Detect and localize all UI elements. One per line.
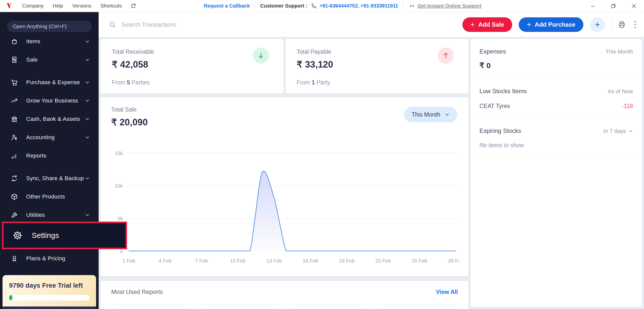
- report-card[interactable]: [378, 304, 458, 309]
- right-panel: Expenses This Month ₹ 0 Low Stocks Items…: [470, 39, 642, 307]
- chevron-down-icon: [85, 176, 90, 181]
- sidebar-item-sync-share-backup[interactable]: Sync, Share & Backup: [0, 169, 99, 187]
- topbar-divider: [403, 3, 404, 10]
- menu-shortcuts[interactable]: Shortcuts: [100, 3, 122, 9]
- sidebar-item-plans-pricing[interactable]: Plans & Pricing: [0, 249, 99, 268]
- get-premium-banner[interactable]: Get Your Premium →: [3, 306, 96, 309]
- chevron-down-icon: [85, 98, 90, 104]
- sidebar-item-label: Sync, Share & Backup: [26, 175, 85, 182]
- chevron-down-icon: [628, 129, 633, 133]
- expenses-title: Expenses: [479, 48, 506, 55]
- sidebar-item-items[interactable]: Items: [0, 32, 99, 50]
- trial-progress-fill: [9, 295, 12, 300]
- x-axis-tick: 22 Feb: [375, 258, 391, 264]
- sidebar-item-label: Reports: [26, 152, 90, 159]
- low-stock-title: Low Stocks Items: [479, 88, 527, 95]
- window-titlebar: Company Help Versions Shortcuts Request …: [0, 0, 644, 12]
- restore-button[interactable]: [610, 3, 616, 9]
- most-used-reports-card: Most Used Reports View All: [101, 281, 468, 309]
- view-all-link[interactable]: View All: [436, 289, 458, 295]
- x-axis-tick: 25 Feb: [412, 258, 427, 264]
- sidebar-item-reports[interactable]: Reports: [0, 146, 99, 165]
- gear-icon: [13, 230, 23, 240]
- print-icon[interactable]: [618, 21, 626, 29]
- main-header: + Add Sale + Add Purchase +: [99, 12, 644, 37]
- menu-company[interactable]: Company: [22, 3, 44, 9]
- sidebar-nav: Items Sale Purchase & Expense Grow Your …: [0, 32, 99, 268]
- minimize-button[interactable]: [590, 3, 596, 9]
- chevron-down-icon: [85, 80, 90, 85]
- expiring-period-dropdown[interactable]: In 7 days: [603, 128, 633, 134]
- sidebar-item-cash-bank-assets[interactable]: Cash, Bank & Assets: [0, 110, 99, 128]
- payable-amount: ₹ 33,120: [297, 59, 457, 70]
- search-transactions-input[interactable]: [121, 21, 277, 28]
- arrow-up-icon: [438, 47, 454, 64]
- sidebar-item-grow-your-business[interactable]: Grow Your Business: [0, 91, 99, 110]
- trending-up-icon: [11, 97, 18, 105]
- receivable-amount: ₹ 42,058: [112, 59, 272, 70]
- report-card[interactable]: [111, 304, 191, 309]
- y-axis-tick: 10k: [115, 183, 123, 189]
- sidebar-item-sale[interactable]: Sale: [0, 50, 99, 69]
- instant-online-support-link[interactable]: Get Instant Online Support: [418, 3, 481, 9]
- low-stock-section: Low Stocks Items As of Now CEAT Tyres -1…: [479, 79, 633, 118]
- menu-versions[interactable]: Versions: [72, 3, 92, 9]
- chevron-down-icon: [85, 39, 90, 44]
- x-axis-tick: 1 Feb: [122, 258, 135, 264]
- x-axis-tick: 4 Feb: [159, 258, 172, 264]
- chevron-down-icon: [445, 112, 450, 117]
- quick-add-button[interactable]: +: [590, 17, 605, 32]
- receivable-label: Total Receivable: [112, 48, 272, 55]
- low-stock-period: As of Now: [608, 88, 633, 95]
- y-axis-tick: 15k: [115, 150, 123, 156]
- request-callback-link[interactable]: Request a Callback: [204, 3, 250, 9]
- sidebar-item-label: Utilities: [26, 212, 85, 218]
- receipt-icon: [11, 56, 18, 64]
- period-selector-dropdown[interactable]: This Month: [404, 107, 457, 122]
- total-payable-card[interactable]: Total Payable ₹ 33,120 From 1 Party: [286, 39, 468, 93]
- free-trial-card[interactable]: 9790 days Free Trial left Get Your Premi…: [3, 275, 96, 309]
- report-card[interactable]: [200, 304, 280, 309]
- sidebar-item-label: Other Products: [26, 193, 90, 200]
- sidebar-item-other-products[interactable]: Other Products: [0, 187, 99, 206]
- expiring-stock-section: Expiring Stocks In 7 days No items to sh…: [479, 118, 633, 158]
- payable-parties: From 1 Party: [297, 79, 330, 86]
- sidebar-item-settings-highlighted[interactable]: Settings: [2, 222, 127, 249]
- low-stock-item-row[interactable]: CEAT Tyres -118: [479, 103, 633, 110]
- x-axis-tick: 10 Feb: [230, 258, 246, 264]
- sale-area-fill: [129, 171, 456, 251]
- bank-icon: [11, 115, 18, 123]
- more-options-icon[interactable]: [633, 20, 637, 29]
- x-axis-tick: 19 Feb: [339, 258, 355, 264]
- sidebar-item-purchase-expense[interactable]: Purchase & Expense: [0, 73, 99, 91]
- total-receivable-card[interactable]: Total Receivable ₹ 42,058 From 5 Parties: [101, 39, 284, 93]
- sidebar-item-label: Plans & Pricing: [26, 255, 90, 262]
- refresh-icon[interactable]: [130, 3, 136, 9]
- x-axis-tick: 13 Feb: [266, 258, 282, 264]
- close-button[interactable]: [631, 3, 637, 9]
- y-axis-tick: 5k: [117, 216, 123, 221]
- menu-help[interactable]: Help: [53, 3, 63, 9]
- payable-label: Total Payable: [297, 48, 457, 55]
- y-axis-tick: 0: [120, 248, 123, 254]
- trial-progress-bar: [9, 295, 90, 300]
- vyapar-logo-icon: [6, 2, 13, 10]
- sidebar: Open Anything (Ctrl+F) Items Sale Purcha…: [0, 12, 99, 309]
- expenses-amount: ₹ 0: [479, 61, 633, 70]
- header-divider: [612, 19, 612, 30]
- sidebar-item-label: Items: [26, 38, 85, 45]
- sidebar-item-accounting[interactable]: Accounting: [0, 128, 99, 146]
- add-sale-button[interactable]: + Add Sale: [462, 17, 512, 32]
- search-icon: [109, 21, 116, 28]
- support-phone-numbers[interactable]: +91-6364444752, +91-9333911911: [319, 3, 398, 9]
- open-anything-search[interactable]: Open Anything (Ctrl+F): [7, 21, 92, 32]
- wrench-icon: [11, 211, 18, 219]
- report-card[interactable]: [289, 304, 369, 309]
- add-purchase-button[interactable]: + Add Purchase: [519, 17, 583, 32]
- most-used-reports-title: Most Used Reports: [111, 288, 163, 295]
- sale-line: [129, 171, 456, 251]
- basket-icon: [11, 38, 18, 45]
- expiring-empty-text: No items to show: [479, 142, 633, 149]
- sidebar-item-label: Settings: [32, 231, 59, 240]
- box-icon: [11, 193, 18, 200]
